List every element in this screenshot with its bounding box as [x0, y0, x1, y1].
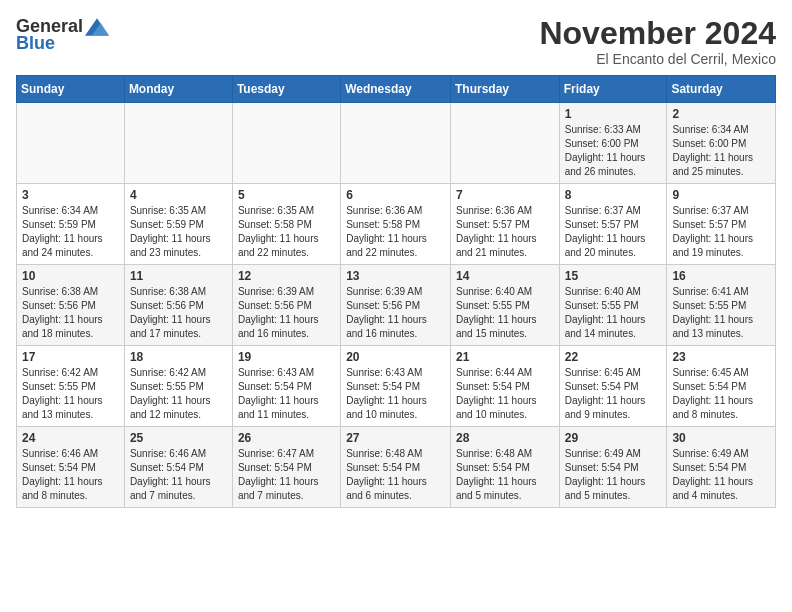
day-number: 16 — [672, 269, 770, 283]
table-row: 9Sunrise: 6:37 AMSunset: 5:57 PMDaylight… — [667, 184, 776, 265]
sunrise-time: Sunrise: 6:48 AM — [346, 448, 422, 459]
sunset-time: Sunset: 5:56 PM — [346, 300, 420, 311]
day-number: 1 — [565, 107, 662, 121]
day-number: 18 — [130, 350, 227, 364]
sunset-time: Sunset: 5:59 PM — [22, 219, 96, 230]
table-row — [450, 103, 559, 184]
sunrise-time: Sunrise: 6:46 AM — [130, 448, 206, 459]
sunset-time: Sunset: 5:54 PM — [130, 462, 204, 473]
day-number: 11 — [130, 269, 227, 283]
sunset-time: Sunset: 5:54 PM — [238, 462, 312, 473]
day-info: Sunrise: 6:39 AMSunset: 5:56 PMDaylight:… — [238, 285, 335, 341]
sunset-time: Sunset: 5:57 PM — [672, 219, 746, 230]
daylight-hours: Daylight: 11 hours and 9 minutes. — [565, 395, 646, 420]
table-row: 25Sunrise: 6:46 AMSunset: 5:54 PMDayligh… — [124, 427, 232, 508]
sunrise-time: Sunrise: 6:48 AM — [456, 448, 532, 459]
day-number: 10 — [22, 269, 119, 283]
sunset-time: Sunset: 6:00 PM — [565, 138, 639, 149]
day-info: Sunrise: 6:42 AMSunset: 5:55 PMDaylight:… — [130, 366, 227, 422]
sunrise-time: Sunrise: 6:40 AM — [565, 286, 641, 297]
day-info: Sunrise: 6:46 AMSunset: 5:54 PMDaylight:… — [130, 447, 227, 503]
day-info: Sunrise: 6:35 AMSunset: 5:58 PMDaylight:… — [238, 204, 335, 260]
daylight-hours: Daylight: 11 hours and 10 minutes. — [346, 395, 427, 420]
daylight-hours: Daylight: 11 hours and 24 minutes. — [22, 233, 103, 258]
daylight-hours: Daylight: 11 hours and 8 minutes. — [672, 395, 753, 420]
sunset-time: Sunset: 5:54 PM — [672, 381, 746, 392]
daylight-hours: Daylight: 11 hours and 8 minutes. — [22, 476, 103, 501]
table-row: 4Sunrise: 6:35 AMSunset: 5:59 PMDaylight… — [124, 184, 232, 265]
day-number: 23 — [672, 350, 770, 364]
day-number: 13 — [346, 269, 445, 283]
table-row: 29Sunrise: 6:49 AMSunset: 5:54 PMDayligh… — [559, 427, 667, 508]
col-friday: Friday — [559, 76, 667, 103]
daylight-hours: Daylight: 11 hours and 13 minutes. — [22, 395, 103, 420]
day-info: Sunrise: 6:43 AMSunset: 5:54 PMDaylight:… — [238, 366, 335, 422]
day-number: 6 — [346, 188, 445, 202]
sunset-time: Sunset: 5:54 PM — [346, 462, 420, 473]
sunset-time: Sunset: 5:55 PM — [22, 381, 96, 392]
sunrise-time: Sunrise: 6:41 AM — [672, 286, 748, 297]
table-row: 20Sunrise: 6:43 AMSunset: 5:54 PMDayligh… — [341, 346, 451, 427]
day-number: 3 — [22, 188, 119, 202]
day-info: Sunrise: 6:36 AMSunset: 5:57 PMDaylight:… — [456, 204, 554, 260]
sunset-time: Sunset: 5:56 PM — [238, 300, 312, 311]
table-row: 7Sunrise: 6:36 AMSunset: 5:57 PMDaylight… — [450, 184, 559, 265]
table-row: 8Sunrise: 6:37 AMSunset: 5:57 PMDaylight… — [559, 184, 667, 265]
sunrise-time: Sunrise: 6:43 AM — [346, 367, 422, 378]
col-thursday: Thursday — [450, 76, 559, 103]
day-number: 15 — [565, 269, 662, 283]
table-row: 21Sunrise: 6:44 AMSunset: 5:54 PMDayligh… — [450, 346, 559, 427]
daylight-hours: Daylight: 11 hours and 20 minutes. — [565, 233, 646, 258]
day-info: Sunrise: 6:45 AMSunset: 5:54 PMDaylight:… — [565, 366, 662, 422]
day-info: Sunrise: 6:40 AMSunset: 5:55 PMDaylight:… — [456, 285, 554, 341]
sunrise-time: Sunrise: 6:37 AM — [565, 205, 641, 216]
table-row: 2Sunrise: 6:34 AMSunset: 6:00 PMDaylight… — [667, 103, 776, 184]
day-number: 9 — [672, 188, 770, 202]
daylight-hours: Daylight: 11 hours and 7 minutes. — [238, 476, 319, 501]
day-info: Sunrise: 6:35 AMSunset: 5:59 PMDaylight:… — [130, 204, 227, 260]
day-number: 8 — [565, 188, 662, 202]
daylight-hours: Daylight: 11 hours and 10 minutes. — [456, 395, 537, 420]
calendar-week-2: 3Sunrise: 6:34 AMSunset: 5:59 PMDaylight… — [17, 184, 776, 265]
sunrise-time: Sunrise: 6:37 AM — [672, 205, 748, 216]
table-row: 19Sunrise: 6:43 AMSunset: 5:54 PMDayligh… — [232, 346, 340, 427]
daylight-hours: Daylight: 11 hours and 13 minutes. — [672, 314, 753, 339]
sunset-time: Sunset: 5:54 PM — [456, 462, 530, 473]
sunrise-time: Sunrise: 6:45 AM — [672, 367, 748, 378]
sunset-time: Sunset: 5:55 PM — [456, 300, 530, 311]
sunrise-time: Sunrise: 6:47 AM — [238, 448, 314, 459]
sunset-time: Sunset: 6:00 PM — [672, 138, 746, 149]
table-row: 10Sunrise: 6:38 AMSunset: 5:56 PMDayligh… — [17, 265, 125, 346]
sunset-time: Sunset: 5:54 PM — [565, 462, 639, 473]
day-info: Sunrise: 6:49 AMSunset: 5:54 PMDaylight:… — [672, 447, 770, 503]
table-row: 24Sunrise: 6:46 AMSunset: 5:54 PMDayligh… — [17, 427, 125, 508]
daylight-hours: Daylight: 11 hours and 11 minutes. — [238, 395, 319, 420]
sunrise-time: Sunrise: 6:34 AM — [22, 205, 98, 216]
day-info: Sunrise: 6:45 AMSunset: 5:54 PMDaylight:… — [672, 366, 770, 422]
day-info: Sunrise: 6:47 AMSunset: 5:54 PMDaylight:… — [238, 447, 335, 503]
sunset-time: Sunset: 5:55 PM — [130, 381, 204, 392]
sunset-time: Sunset: 5:58 PM — [346, 219, 420, 230]
sunrise-time: Sunrise: 6:35 AM — [130, 205, 206, 216]
daylight-hours: Daylight: 11 hours and 19 minutes. — [672, 233, 753, 258]
daylight-hours: Daylight: 11 hours and 23 minutes. — [130, 233, 211, 258]
sunrise-time: Sunrise: 6:39 AM — [346, 286, 422, 297]
day-number: 2 — [672, 107, 770, 121]
day-info: Sunrise: 6:38 AMSunset: 5:56 PMDaylight:… — [22, 285, 119, 341]
table-row: 23Sunrise: 6:45 AMSunset: 5:54 PMDayligh… — [667, 346, 776, 427]
day-number: 25 — [130, 431, 227, 445]
daylight-hours: Daylight: 11 hours and 7 minutes. — [130, 476, 211, 501]
sunrise-time: Sunrise: 6:46 AM — [22, 448, 98, 459]
table-row: 30Sunrise: 6:49 AMSunset: 5:54 PMDayligh… — [667, 427, 776, 508]
daylight-hours: Daylight: 11 hours and 22 minutes. — [238, 233, 319, 258]
table-row — [124, 103, 232, 184]
table-row — [341, 103, 451, 184]
daylight-hours: Daylight: 11 hours and 5 minutes. — [456, 476, 537, 501]
table-row: 18Sunrise: 6:42 AMSunset: 5:55 PMDayligh… — [124, 346, 232, 427]
sunset-time: Sunset: 5:54 PM — [238, 381, 312, 392]
sunrise-time: Sunrise: 6:40 AM — [456, 286, 532, 297]
day-info: Sunrise: 6:34 AMSunset: 5:59 PMDaylight:… — [22, 204, 119, 260]
sunrise-time: Sunrise: 6:34 AM — [672, 124, 748, 135]
day-info: Sunrise: 6:39 AMSunset: 5:56 PMDaylight:… — [346, 285, 445, 341]
day-number: 4 — [130, 188, 227, 202]
